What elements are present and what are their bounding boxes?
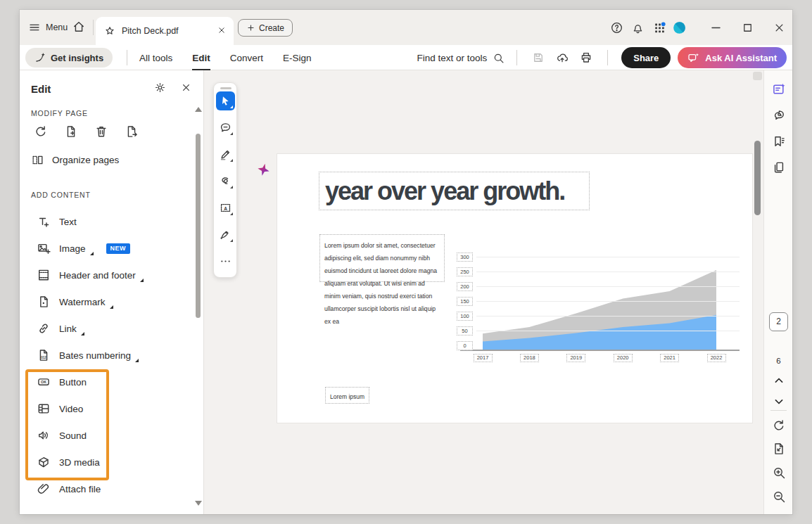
window-close-button[interactable] xyxy=(770,19,787,36)
y-axis-tick-label[interactable]: 50 xyxy=(457,326,473,336)
chevup-icon xyxy=(772,373,786,388)
y-axis-tick-label[interactable]: 200 xyxy=(457,282,473,291)
edit-panel-close-button[interactable] xyxy=(180,82,192,96)
add-content-item-button[interactable]: OKButton xyxy=(31,369,186,395)
insert-page-button[interactable] xyxy=(63,122,80,141)
paragraph-text-frame[interactable]: Lorem ipsum dolor sit amet, consectetuer… xyxy=(319,234,445,282)
panel-scrollbar-thumb[interactable] xyxy=(196,134,201,318)
page-view-options-button[interactable] xyxy=(770,440,787,457)
add-content-item-sound[interactable]: Sound xyxy=(31,422,186,449)
video-icon xyxy=(37,402,51,416)
ask-ai-assistant-button[interactable]: Ask AI Assistant xyxy=(678,47,787,68)
rotate-page-icon xyxy=(34,124,48,139)
notifications-button[interactable] xyxy=(629,19,646,36)
toolbar-drag-handle[interactable] xyxy=(220,87,231,89)
rotate-view-button[interactable] xyxy=(770,417,787,434)
bookmarks-panel-button[interactable] xyxy=(770,133,787,150)
tab-edit[interactable]: Edit xyxy=(192,45,210,70)
x-axis-tick-label[interactable]: 2018 xyxy=(520,354,539,362)
panel-scroll-up[interactable] xyxy=(195,107,202,112)
save-button[interactable] xyxy=(526,48,550,68)
tab-e-sign[interactable]: E-Sign xyxy=(283,45,312,70)
viewport-scrollbar-thumb[interactable] xyxy=(754,141,761,215)
upload-cloud-button[interactable] xyxy=(550,48,574,68)
comment-tool[interactable] xyxy=(216,118,235,137)
x-axis-tick-label[interactable]: 2020 xyxy=(614,354,633,362)
page-thumbnails-panel-button[interactable] xyxy=(770,159,787,176)
ask-ai-label: Ask AI Assistant xyxy=(705,53,777,63)
star-icon[interactable] xyxy=(104,25,115,37)
y-axis-tick-label[interactable]: 250 xyxy=(457,267,473,276)
x-axis-tick-label[interactable]: 2022 xyxy=(707,354,726,362)
x-axis-tick-label[interactable]: 2019 xyxy=(566,354,585,362)
minimize-button[interactable] xyxy=(707,19,724,36)
create-button[interactable]: Create xyxy=(238,19,293,37)
help-button[interactable] xyxy=(608,19,625,36)
ellipsis-icon xyxy=(219,255,232,268)
tab-convert[interactable]: Convert xyxy=(230,45,263,70)
ai-assistant-panel-button[interactable] xyxy=(770,81,787,98)
caption-text: Lorem ipsum xyxy=(330,393,364,400)
add-content-item-3d-media[interactable]: 3D media xyxy=(31,449,186,475)
viewport-scrollbar-top[interactable] xyxy=(753,72,762,80)
divider xyxy=(770,410,787,411)
new-badge: NEW xyxy=(106,243,131,254)
zoomout-icon xyxy=(772,490,786,504)
next-page-button[interactable] xyxy=(770,393,787,410)
organize-pages-button[interactable]: Organize pages xyxy=(31,149,119,170)
caption-text-frame[interactable]: Lorem ipsum xyxy=(325,387,369,404)
add-text-box-tool[interactable]: A xyxy=(216,198,235,217)
select-tool[interactable] xyxy=(216,91,235,110)
draw-tool[interactable] xyxy=(216,172,235,191)
comments-panel-button[interactable] xyxy=(770,107,787,124)
add-content-item-link[interactable]: Link xyxy=(31,315,186,342)
area-chart: 0501001502002503002017201820192020202120… xyxy=(457,250,740,369)
extract-page-button[interactable] xyxy=(123,122,140,141)
tab-all-tools[interactable]: All tools xyxy=(139,45,172,70)
y-axis-tick-label[interactable]: 300 xyxy=(457,253,473,262)
find-text-or-tools[interactable]: Find text or tools xyxy=(414,52,507,64)
panel-scroll-down[interactable] xyxy=(195,501,202,506)
right-rail: 2 6 xyxy=(763,70,792,514)
zoom-out-button[interactable] xyxy=(770,488,787,505)
y-axis-tick-label[interactable]: 0 xyxy=(457,341,473,350)
chart-x-axis xyxy=(460,350,740,351)
x-axis-tick-label[interactable]: 2021 xyxy=(660,354,679,362)
title-text-frame[interactable]: year over year growth. xyxy=(319,172,590,210)
gridline xyxy=(476,301,740,302)
x-axis-tick-label[interactable]: 2017 xyxy=(474,354,493,362)
add-content-item-header-and-footer[interactable]: Header and footer xyxy=(31,262,186,288)
tab-close-button[interactable] xyxy=(217,25,227,37)
zoom-in-button[interactable] xyxy=(770,464,787,481)
account-avatar[interactable] xyxy=(671,19,687,36)
add-content-item-attach-file[interactable]: Attach file xyxy=(31,475,186,502)
delete-page-button[interactable] xyxy=(93,122,110,141)
add-content-item-video[interactable]: Video xyxy=(31,395,186,422)
add-content-item-watermark[interactable]: Watermark xyxy=(31,288,186,315)
fitpage-icon xyxy=(772,442,786,456)
page-total-label: 6 xyxy=(764,357,793,365)
edit-settings-button[interactable] xyxy=(154,82,166,96)
y-axis-tick-label[interactable]: 100 xyxy=(457,312,473,321)
add-content-item-bates-numbering[interactable]: 012Bates numbering xyxy=(31,342,186,369)
highlight-tool[interactable] xyxy=(216,145,235,164)
page-number-input[interactable]: 2 xyxy=(769,312,788,331)
share-button[interactable]: Share xyxy=(621,47,671,68)
y-axis-tick-label[interactable]: 150 xyxy=(457,297,473,306)
document-tab[interactable]: Pitch Deck.pdf xyxy=(96,17,234,45)
get-insights-button[interactable]: Get insights xyxy=(25,48,113,68)
close-icon xyxy=(773,21,786,34)
maximize-button[interactable] xyxy=(739,19,756,36)
print-button[interactable] xyxy=(574,48,598,68)
fill-sign-tool[interactable] xyxy=(216,225,235,244)
add-content-item-text[interactable]: Text xyxy=(31,208,186,235)
add-content-item-image[interactable]: ImageNEW xyxy=(31,235,186,262)
menu-button[interactable]: Menu xyxy=(25,19,70,36)
apps-grid-button[interactable] xyxy=(651,19,668,36)
previous-page-button[interactable] xyxy=(770,372,787,389)
insights-quill-icon xyxy=(34,52,46,63)
rotate-page-button[interactable] xyxy=(32,122,49,141)
floating-quick-toolbar: A xyxy=(213,82,237,278)
more-tools[interactable] xyxy=(216,252,235,271)
home-button[interactable] xyxy=(72,20,86,36)
